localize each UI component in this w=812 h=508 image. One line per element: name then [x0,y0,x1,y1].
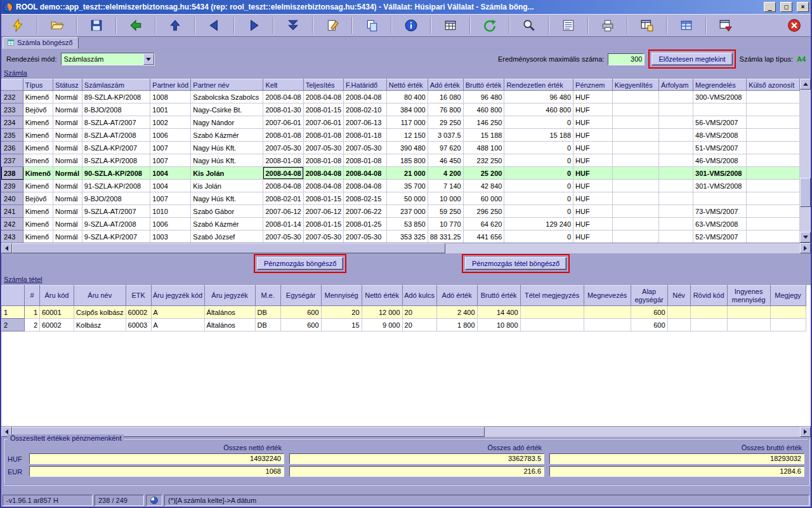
grid-cell[interactable]: 600 [280,319,321,331]
grid-cell[interactable]: 232 250 [463,154,504,167]
grid-cell[interactable] [612,104,658,116]
grid-cell[interactable] [520,319,584,331]
grid-cell[interactable]: 1004 [150,167,191,180]
toolbar-button-list[interactable] [554,16,582,35]
grid-cell[interactable]: 2008-04-08 [263,167,303,180]
column-header[interactable]: Típus [23,79,53,91]
column-header[interactable]: ETK [126,286,151,306]
column-header[interactable]: Egységár [280,286,321,306]
grid-cell[interactable]: 301-VMS/2008 [693,180,747,192]
grid-cell[interactable]: 488 100 [463,142,504,154]
row-number[interactable]: 240 [2,192,23,205]
grid-cell[interactable]: 9-BJO/2008 [82,192,150,205]
column-header[interactable]: # [25,286,40,306]
grid-cell[interactable]: 60002 [40,319,74,331]
grid-cell[interactable] [612,154,658,167]
column-header[interactable]: Megrendelés [693,79,747,91]
column-header[interactable]: Partner kód [150,79,191,91]
grid-cell[interactable]: 600 [631,306,667,319]
grid-cell[interactable]: 96 480 [504,91,573,104]
grid-cell[interactable] [747,154,800,167]
grid-cell[interactable]: 2008-01-25 [344,218,387,231]
table-row[interactable]: 239KimenőNormál91-SZLA-KP/20081004Kis Jo… [2,180,800,192]
grid-cell[interactable]: 2007-06-01 [263,116,303,129]
grid-cell[interactable]: 2008-02-10 [344,104,387,116]
grid-cell[interactable] [690,319,727,331]
grid-cell[interactable]: 80 400 [386,91,428,104]
grid-cell[interactable]: 51-VMS/2007 [693,142,747,154]
grid-cell[interactable] [659,192,693,205]
grid-cell[interactable]: DB [255,319,280,331]
max-rows-input[interactable] [608,53,645,65]
table-row[interactable]: 233BejövőNormál8-BJO/20081001Nagy-Csirke… [2,104,800,116]
grid-cell[interactable]: Szabó József [191,231,263,243]
grid-cell[interactable]: 2007-05-30 [344,231,387,243]
toolbar-button-refresh[interactable] [476,16,504,35]
grid-cell[interactable]: 10 000 [428,192,463,205]
grid-cell[interactable]: 2008-02-15 [344,192,387,205]
grid-cell[interactable] [693,104,747,116]
grid-cell[interactable]: 0 [504,192,573,205]
grid-cell[interactable] [612,91,658,104]
grid-cell[interactable] [659,116,693,129]
grid-cell[interactable] [667,319,690,331]
grid-cell[interactable]: 8-SZLA-KP/2008 [82,154,150,167]
row-number[interactable]: 232 [2,91,23,104]
grid-cell[interactable]: 117 000 [386,116,428,129]
toolbar-button-go-top[interactable] [161,16,189,35]
grid-cell[interactable] [659,154,693,167]
grid-cell[interactable]: 64 620 [463,218,504,231]
grid-cell[interactable]: 73-VMS/2007 [693,205,747,218]
grid-cell[interactable]: 2008-04-08 [344,167,387,180]
column-header[interactable]: Áru jegyzék [204,286,255,306]
grid-cell[interactable]: 185 800 [386,154,428,167]
sort-mode-select[interactable]: Számlaszám [61,53,155,65]
grid-cell[interactable]: Nagy Hús Kft. [191,154,263,167]
grid-cell[interactable]: 2008-04-08 [303,91,343,104]
grid-cell[interactable]: Kimenő [23,91,53,104]
grid-cell[interactable]: 21 000 [386,167,428,180]
grid-cell[interactable]: 1010 [150,205,191,218]
row-number[interactable]: 236 [2,142,23,154]
grid-cell[interactable]: 59 250 [428,205,463,218]
grid-cell[interactable] [520,306,584,319]
grid-cell[interactable] [747,116,800,129]
grid-cell[interactable]: Általános [204,306,255,319]
grid-cell[interactable]: A [151,306,204,319]
grid-cell[interactable]: 20 [321,306,362,319]
grid-cell[interactable]: 52-VMS/2007 [693,231,747,243]
grid-cell[interactable]: Nagy Hús Kft. [191,192,263,205]
grid-cell[interactable] [612,129,658,142]
grid-cell[interactable]: 2008-01-08 [303,129,343,142]
grid-cell[interactable]: 63-VMS/2008 [693,218,747,231]
grid-cell[interactable]: Normál [53,142,82,154]
column-header[interactable]: Megnevezés [584,286,631,306]
grid-cell[interactable]: Normál [53,192,82,205]
column-header[interactable]: Tétel megjegyzés [520,286,584,306]
grid-cell[interactable] [747,205,800,218]
grid-cell[interactable]: 390 480 [386,142,428,154]
column-header[interactable]: Megjegy [770,286,806,306]
grid-cell[interactable]: 1006 [150,218,191,231]
grid-cell[interactable] [667,306,690,319]
grid-cell[interactable]: Kis Jolán [191,167,263,180]
row-number[interactable]: 1 [2,306,25,319]
grid-cell[interactable] [659,167,693,180]
grid-cell[interactable]: 2007-06-12 [263,205,303,218]
grid-cell[interactable]: 2007-05-30 [303,231,343,243]
grid-cell[interactable]: 42 840 [463,180,504,192]
grid-cell[interactable]: Kimenő [23,154,53,167]
grid-cell[interactable]: 0 [504,180,573,192]
grid-cell[interactable]: Szabó Kázmér [191,218,263,231]
grid-cell[interactable]: 2007-06-13 [344,116,387,129]
scroll-down-button[interactable] [800,232,811,243]
column-header[interactable]: Pénznem [573,79,613,91]
grid-cell[interactable]: Kimenő [23,129,53,142]
grid-cell[interactable] [584,306,631,319]
toolbar-button-edit[interactable] [318,16,346,35]
grid-cell[interactable]: 25 200 [463,167,504,180]
grid-cell[interactable]: 91-SZLA-KP/2008 [82,180,150,192]
grid-cell[interactable] [747,180,800,192]
grid-cell[interactable]: 60 000 [463,192,504,205]
grid-cell[interactable] [612,218,658,231]
